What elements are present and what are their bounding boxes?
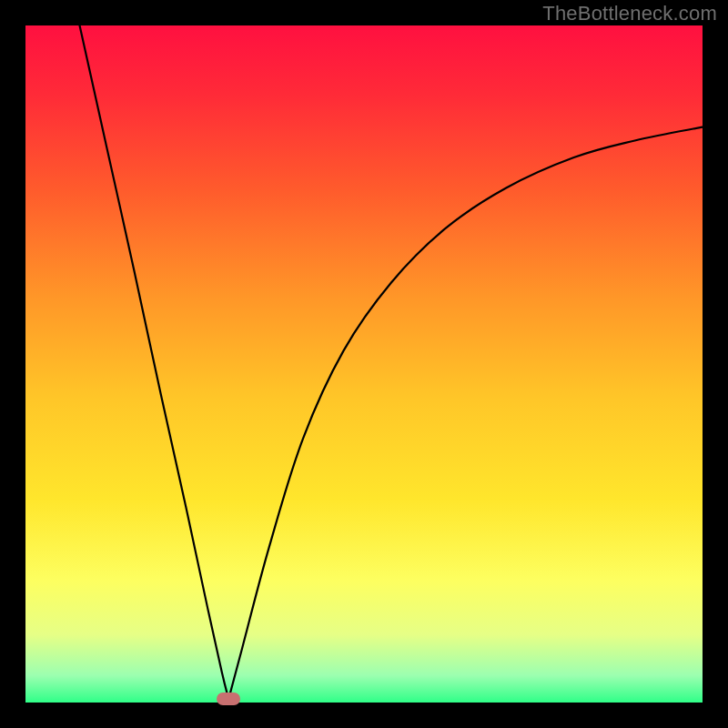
minimum-marker — [217, 693, 240, 705]
plot-area — [25, 25, 703, 703]
curve-right-branch — [228, 127, 703, 700]
chart-container: TheBottleneck.com — [0, 0, 728, 728]
curve-left-branch — [80, 25, 229, 699]
curve-plot — [25, 25, 703, 703]
watermark-text: TheBottleneck.com — [542, 2, 717, 25]
